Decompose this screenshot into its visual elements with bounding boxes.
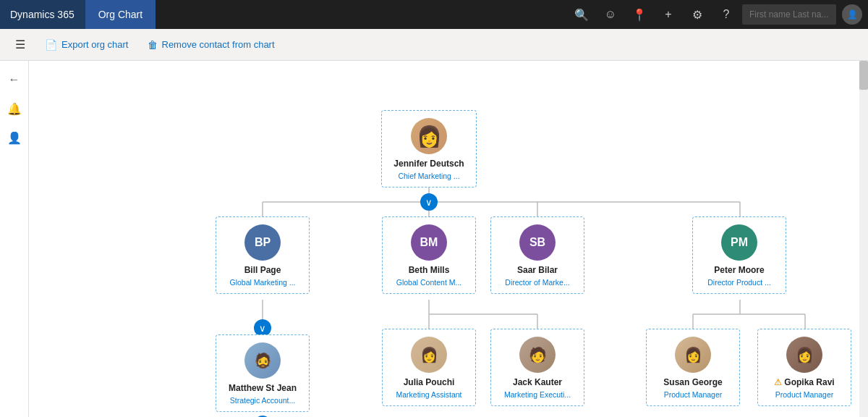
export-icon: 📄 [45, 39, 57, 51]
saar-name: Saar Bilar [517, 265, 558, 277]
beth-avatar: BM [411, 224, 447, 261]
gopika-title: Product Manager [775, 390, 834, 400]
jennifer-title: Chief Marketing ... [398, 172, 459, 182]
jack-name: Jack Kauter [513, 377, 562, 389]
back-icon[interactable]: ← [3, 68, 26, 91]
node-beth[interactable]: BM Beth Mills Global Content M... [382, 216, 476, 294]
matthew-title: Strategic Account... [230, 396, 295, 406]
node-matthew[interactable]: 🧔 Matthew St Jean Strategic Account... [216, 334, 310, 412]
remove-label: Remove contact from chart [162, 39, 275, 50]
dynamics-nav-item[interactable]: Dynamics 365 [0, 0, 85, 29]
susan-title: Product Manager [664, 390, 723, 400]
nav-spacer [156, 0, 563, 29]
add-icon[interactable]: + [655, 1, 681, 28]
bill-title: Global Marketing ... [229, 278, 295, 288]
jennifer-expand-btn[interactable]: ∨ [420, 193, 438, 211]
matthew-avatar: 🧔 [244, 342, 281, 379]
beth-title: Global Content M... [396, 278, 461, 288]
susan-avatar: 👩 [675, 337, 711, 373]
remove-icon: 🗑 [148, 39, 158, 51]
gopika-name: ⚠Gopika Ravi [774, 377, 834, 389]
settings-icon[interactable]: ⚙ [684, 1, 710, 28]
search-input[interactable] [742, 4, 836, 25]
node-jack[interactable]: 🧑 Jack Kauter Marketing Executi... [490, 329, 584, 406]
peter-avatar: PM [721, 224, 757, 261]
matthew-name: Matthew St Jean [229, 383, 297, 395]
main-container: ← 🔔 👤 [0, 61, 868, 417]
help-icon[interactable]: ? [713, 1, 739, 28]
menu-button[interactable]: ☰ [7, 32, 33, 58]
node-gopika[interactable]: 👩 ⚠Gopika Ravi Product Manager [757, 329, 851, 406]
user-avatar[interactable]: 👤 [842, 4, 862, 25]
top-navigation: Dynamics 365 Org Chart 🔍 ☺ 📍 + ⚙ ? 👤 [0, 0, 868, 29]
julia-title: Marketing Assistant [396, 390, 461, 400]
orgchart-nav-item[interactable]: Org Chart [85, 0, 156, 29]
node-saar[interactable]: SB Saar Bilar Director of Marke... [490, 216, 584, 294]
jack-avatar: 🧑 [519, 337, 556, 373]
nav-icons-group: 🔍 ☺ 📍 + ⚙ ? 👤 [563, 0, 868, 29]
jennifer-avatar: 👩 [411, 118, 447, 154]
export-button[interactable]: 📄 Export org chart [38, 33, 136, 56]
location-icon[interactable]: 📍 [626, 1, 652, 28]
toolbar: ☰ 📄 Export org chart 🗑 Remove contact fr… [0, 29, 868, 61]
profile-icon[interactable]: 👤 [3, 126, 26, 149]
scrollbar[interactable] [859, 61, 868, 417]
bill-name: Bill Page [244, 265, 281, 277]
susan-name: Susan George [663, 377, 722, 389]
search-icon[interactable]: 🔍 [569, 1, 595, 28]
jennifer-name: Jennifer Deutsch [393, 159, 464, 170]
node-peter[interactable]: PM Peter Moore Director Product ... [692, 216, 786, 294]
node-bill[interactable]: BP Bill Page Global Marketing ... [216, 216, 310, 294]
smiley-icon[interactable]: ☺ [597, 1, 624, 28]
julia-name: Julia Pouchi [404, 377, 455, 389]
scrollbar-thumb[interactable] [859, 61, 868, 90]
saar-title: Director of Marke... [505, 278, 569, 288]
beth-name: Beth Mills [409, 265, 450, 277]
bill-avatar: BP [244, 224, 281, 261]
export-label: Export org chart [61, 39, 129, 50]
node-julia[interactable]: 👩 Julia Pouchi Marketing Assistant [382, 329, 476, 406]
node-susan[interactable]: 👩 Susan George Product Manager [646, 329, 740, 406]
gopika-warning-icon: ⚠ [774, 377, 782, 387]
remove-contact-button[interactable]: 🗑 Remove contact from chart [140, 33, 282, 56]
left-sidebar: ← 🔔 👤 [0, 61, 29, 417]
node-jennifer[interactable]: 👩 Jennifer Deutsch Chief Marketing ... [381, 110, 477, 188]
dynamics-label: Dynamics 365 [10, 9, 75, 20]
org-chart-area: 👩 Jennifer Deutsch Chief Marketing ... ∨… [29, 61, 868, 417]
julia-avatar: 👩 [411, 337, 447, 373]
peter-name: Peter Moore [714, 265, 764, 277]
jack-title: Marketing Executi... [504, 390, 571, 400]
gopika-avatar: 👩 [786, 337, 822, 373]
orgchart-label: Org Chart [98, 9, 142, 20]
hamburger-icon: ☰ [15, 38, 25, 51]
saar-avatar: SB [519, 224, 556, 261]
peter-title: Director Product ... [707, 278, 771, 288]
notifications-icon[interactable]: 🔔 [3, 97, 26, 120]
